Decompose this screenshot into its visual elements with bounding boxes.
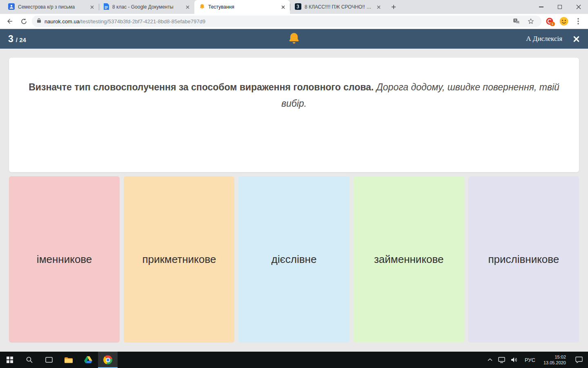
clock-date: 13.05.2020 — [543, 360, 566, 366]
question-text: Визначте тип словосполучення за способом… — [25, 79, 563, 112]
tab-title: Семестрова к/р з письма — [18, 4, 85, 10]
avatar-emoji-icon — [559, 17, 568, 26]
drive-triangle-icon — [84, 356, 92, 364]
tab-title: Тестування — [208, 4, 276, 10]
clock-time: 15:02 — [555, 354, 566, 360]
task-view-icon — [45, 357, 53, 363]
window-close-button[interactable] — [569, 0, 588, 14]
progress-current: 3 — [8, 34, 13, 45]
chrome-taskbar-button[interactable] — [98, 352, 118, 368]
folder-icon — [64, 357, 73, 364]
tab-close-icon[interactable] — [184, 4, 191, 11]
quiz-header: 3 / 24 А Дислексія — [0, 29, 588, 49]
action-center-button[interactable] — [570, 352, 588, 368]
start-button[interactable] — [0, 352, 20, 368]
tab-title: 8 клас - Google Документы — [112, 4, 181, 10]
tab-close-icon[interactable] — [89, 4, 96, 11]
network-tray-button[interactable] — [495, 352, 508, 368]
language-indicator[interactable]: РУС — [521, 352, 539, 368]
back-button[interactable] — [4, 16, 16, 27]
question-progress: 3 / 24 — [8, 34, 26, 45]
task-view-button[interactable] — [39, 352, 59, 368]
url-domain: naurok.com.ua — [45, 18, 80, 25]
tab-testing-active[interactable]: Тестування — [194, 0, 290, 14]
address-bar[interactable]: naurok.com.ua/test/testing/5374b3fd-2bf7… — [32, 16, 541, 27]
chrome-icon — [103, 355, 112, 364]
tab-znanija[interactable]: 8 КЛАСС!!!! ПЖ СРОЧНО!! - Шк — [290, 0, 385, 14]
taskbar-clock[interactable]: 15:02 13.05.2020 — [539, 352, 570, 368]
tab-google-docs[interactable]: 8 клас - Google Документы — [99, 0, 194, 14]
tab-favicon-znanija — [295, 3, 301, 11]
answer-option-5[interactable]: прислівникове — [468, 176, 579, 343]
network-display-icon — [498, 357, 505, 363]
translate-button[interactable] — [510, 16, 522, 27]
url-text: naurok.com.ua/test/testing/5374b3fd-2bf7… — [45, 18, 205, 25]
profile-avatar[interactable] — [558, 15, 570, 27]
tab-title: 8 КЛАСС!!!! ПЖ СРОЧНО!! - Шк — [305, 4, 372, 10]
answer-option-4[interactable]: займенникове — [354, 176, 464, 343]
dyslexia-toggle[interactable]: А Дислексія — [526, 35, 562, 43]
notification-bubble-icon — [575, 357, 583, 363]
window-maximize-button[interactable] — [550, 0, 569, 14]
close-x-icon — [573, 36, 580, 43]
speaker-icon — [511, 357, 518, 363]
star-icon — [528, 18, 534, 25]
extension-badge: 1 — [550, 22, 555, 26]
window-controls — [532, 0, 588, 14]
browser-menu-button[interactable] — [572, 16, 584, 27]
tab-semestrova[interactable]: Семестрова к/р з письма — [3, 0, 99, 14]
taskbar-search-button[interactable] — [20, 352, 39, 368]
answer-options: іменникове прикметникове дієслівне займе… — [9, 176, 579, 343]
browser-tab-strip: Семестрова к/р з письма 8 клас - Google … — [0, 0, 588, 14]
search-icon — [26, 356, 33, 364]
progress-total: / 24 — [16, 36, 26, 43]
quiz-main: Визначте тип словосполучення за способом… — [0, 49, 588, 352]
reload-icon — [20, 18, 27, 25]
tray-expand-button[interactable] — [485, 352, 495, 368]
dyslexia-label: А Дислексія — [526, 35, 562, 43]
volume-tray-button[interactable] — [508, 352, 521, 368]
close-test-button[interactable] — [573, 36, 580, 43]
url-path: /test/testing/5374b3fd-2bf7-4221-8bd8-85… — [80, 18, 205, 25]
file-explorer-button[interactable] — [59, 352, 78, 368]
lock-icon — [37, 18, 41, 25]
naurok-bell-logo-icon — [288, 32, 300, 47]
question-bold-part: Визначте тип словосполучення за способом… — [29, 82, 374, 92]
extension-button[interactable]: 1 — [544, 16, 555, 27]
windows-logo-icon — [7, 357, 13, 363]
tab-favicon-bell — [199, 4, 205, 11]
tab-favicon-gdocs — [104, 3, 109, 11]
tab-favicon-school — [8, 3, 15, 11]
windows-taskbar: РУС 15:02 13.05.2020 — [0, 352, 588, 368]
tab-close-icon[interactable] — [280, 4, 287, 11]
answer-option-2[interactable]: прикметникове — [124, 176, 234, 343]
translate-icon — [513, 18, 520, 25]
back-icon — [6, 18, 13, 25]
window-minimize-button[interactable] — [532, 0, 550, 14]
answer-option-1[interactable]: іменникове — [9, 176, 120, 343]
answer-option-3[interactable]: дієслівне — [238, 176, 349, 343]
reload-button[interactable] — [18, 16, 29, 27]
question-card: Визначте тип словосполучення за способом… — [9, 58, 579, 172]
new-tab-button[interactable] — [388, 1, 399, 13]
tab-close-icon[interactable] — [375, 4, 382, 11]
bookmark-star-button[interactable] — [525, 16, 537, 27]
drive-app-button[interactable] — [78, 352, 98, 368]
chevron-up-icon — [488, 358, 492, 361]
kebab-menu-icon — [577, 18, 579, 25]
browser-toolbar: naurok.com.ua/test/testing/5374b3fd-2bf7… — [0, 14, 588, 29]
